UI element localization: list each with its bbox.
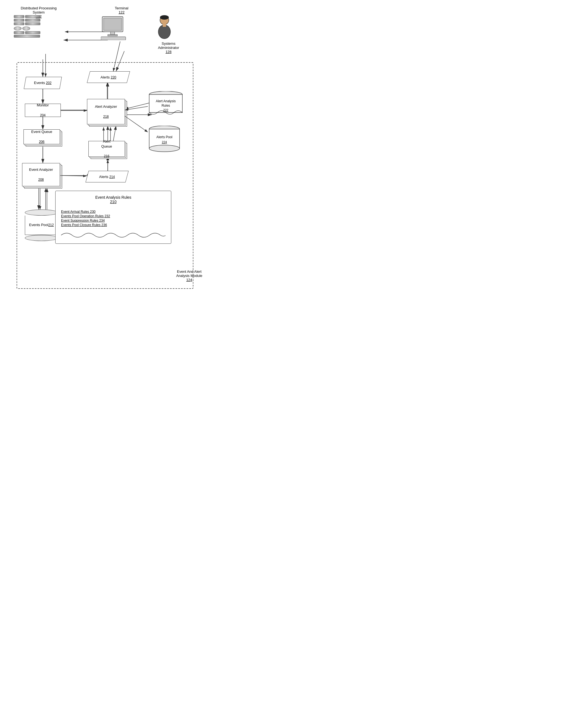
alerts-pool-224: Alerts Pool 224 — [148, 126, 181, 157]
alerts-214: Alerts 214 — [85, 171, 129, 182]
events-202-box: Events 202 — [24, 77, 62, 89]
svg-point-25 — [158, 25, 170, 39]
alert-queue-216: Alert Queue 216 — [88, 141, 127, 159]
svg-point-34 — [149, 145, 180, 152]
terminal-label: Terminal 122 — [108, 6, 135, 15]
alert-analyzer-218: Alert Analyzer 218 — [87, 99, 127, 127]
svg-text:224: 224 — [162, 140, 167, 144]
svg-point-24 — [160, 15, 169, 20]
module-label: Event And Alert Analysis Module 124 — [171, 269, 207, 282]
monitor-204-box: Monitor 204 — [25, 104, 61, 117]
terminal-icon — [101, 15, 129, 41]
svg-text:222: 222 — [163, 108, 168, 112]
event-analysis-rules-210: Event Analysis Rules 210 Event Arrival R… — [55, 191, 171, 244]
admin-label: Systems Administrator 128 — [153, 42, 184, 54]
alerts-220: Alerts 220 — [87, 71, 130, 83]
alert-analysis-rules-222: Alert Analysis Rules 222 — [148, 91, 184, 123]
svg-text:Alerts Pool: Alerts Pool — [156, 135, 173, 139]
svg-rect-19 — [104, 18, 122, 30]
event-queue-206: Event Queue 206 — [24, 129, 62, 147]
diagram-container: Distributed Processing System 102 — [0, 0, 249, 304]
svg-rect-22 — [101, 37, 126, 40]
svg-rect-20 — [110, 32, 115, 34]
event-analyzer-208: Event Analyzer 208 — [22, 163, 62, 188]
svg-text:Alert Analysis: Alert Analysis — [156, 99, 176, 103]
events-pool-212: Events Pool 212 — [25, 209, 58, 241]
admin-icon — [155, 15, 174, 41]
svg-rect-21 — [108, 34, 117, 36]
svg-text:Rules: Rules — [162, 104, 170, 107]
server-icon — [14, 15, 40, 37]
svg-rect-26 — [163, 24, 166, 27]
